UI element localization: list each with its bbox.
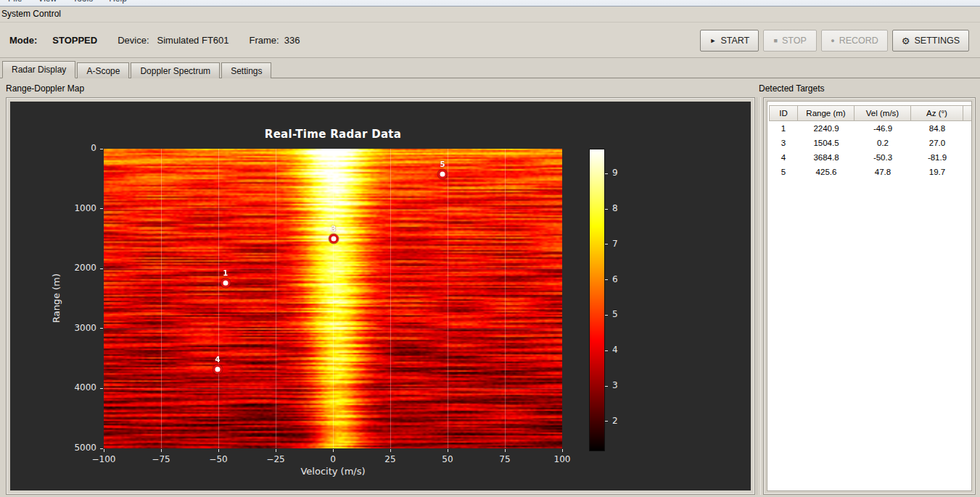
device-value: Simulated FT601 (157, 35, 229, 46)
main-panel: Range-Doppler Map Detected Targets Real-… (0, 78, 980, 497)
divider (0, 22, 980, 22)
start-button[interactable]: ►START (700, 30, 759, 52)
device-label: Device: (118, 35, 149, 46)
colorbar-tick-label: 4 (612, 345, 618, 355)
x-axis-label: Velocity (m/s) (188, 466, 478, 477)
x-tick-label: −75 (141, 454, 181, 464)
table-cell: 84.8 (911, 121, 963, 136)
x-tick (562, 449, 563, 452)
tab-radar-display[interactable]: Radar Display (2, 61, 75, 78)
table-cell: 19.7 (911, 165, 963, 179)
table-cell: 3684.8 (798, 150, 855, 165)
column-header-az[interactable]: Az (°) (911, 105, 963, 121)
record-button[interactable]: ●RECORD (821, 30, 888, 52)
colorbar-tick (605, 350, 608, 351)
range-doppler-map-label: Range-Doppler Map (6, 83, 84, 94)
table-cell: 1504.5 (798, 136, 855, 150)
menu-items: FileViewToolsHelp (0, 0, 980, 7)
x-tick-label: −50 (198, 454, 239, 464)
colorbar-tick-label: 7 (612, 239, 618, 249)
x-tick (276, 449, 276, 452)
y-tick-label: 2000 (56, 263, 96, 273)
target-marker-label: 5 (440, 160, 445, 174)
menu-bar: FileViewToolsHelp (0, 0, 980, 7)
x-tick-label: −100 (83, 454, 124, 464)
target-marker-label: 1 (223, 269, 228, 283)
button-label: SETTINGS (914, 36, 960, 46)
targets-table: IDRange (m)Vel (m/s)Az (°)12240.9-46.984… (769, 105, 972, 179)
menu-item-file[interactable]: File (0, 0, 30, 4)
y-tick (100, 268, 103, 269)
colorbar-tick (605, 421, 608, 422)
menu-item-tools[interactable]: Tools (65, 0, 101, 4)
menu-item-view[interactable]: View (30, 0, 65, 4)
table-cell: 425.6 (798, 165, 855, 179)
column-header-range-m[interactable]: Range (m) (798, 105, 855, 121)
y-tick-label: 1000 (56, 203, 96, 213)
y-tick (100, 149, 103, 149)
colorbar-tick (605, 279, 608, 280)
mode-status-value: STOPPED (52, 35, 97, 46)
table-row[interactable]: 43684.8-50.3-81.9 (769, 150, 972, 165)
menu-item-help[interactable]: Help (101, 0, 135, 4)
stop-icon: ■ (774, 37, 778, 44)
plot-title: Real-Time Radar Data (188, 128, 478, 141)
table-cell: 4 (769, 150, 798, 165)
tab-doppler-spectrum[interactable]: Doppler Spectrum (131, 62, 220, 78)
x-tick (448, 449, 448, 452)
x-tick (218, 449, 219, 452)
panel-splitter[interactable] (757, 97, 761, 495)
table-cell: -50.3 (855, 150, 911, 165)
toolbar-buttons: ►START■STOP●RECORD⚙SETTINGS (700, 30, 969, 52)
colorbar-tick-label: 9 (612, 168, 618, 178)
table-cell: 2240.9 (798, 121, 855, 136)
y-tick (100, 388, 103, 389)
range-doppler-heatmap (104, 149, 562, 448)
colorbar-tick (605, 315, 608, 316)
table-cell: 1 (769, 121, 798, 136)
colorbar (589, 149, 605, 451)
x-tick-label: 75 (485, 454, 525, 464)
y-tick-label: 4000 (56, 382, 96, 393)
colorbar-tick (605, 244, 608, 245)
x-tick (104, 449, 104, 452)
y-tick-label: 5000 (56, 443, 96, 453)
frame-counter-value: 336 (284, 35, 300, 46)
tab-a-scope[interactable]: A-Scope (77, 62, 129, 78)
colorbar-tick-label: 3 (612, 380, 618, 390)
mode-label: Mode: (9, 35, 37, 46)
status-row: Mode: STOPPED Device: Simulated FT601 Fr… (0, 24, 300, 56)
button-label: STOP (782, 36, 807, 46)
y-axis-label: Range (m) (51, 269, 62, 327)
stop-button[interactable]: ■STOP (763, 30, 817, 52)
detected-targets-label: Detected Targets (759, 83, 825, 94)
radar-app-window: { "window": { "width": 1351, "height": 6… (0, 0, 980, 497)
table-cell: -81.9 (911, 150, 963, 165)
settings-button[interactable]: ⚙SETTINGS (892, 30, 969, 52)
table-row[interactable]: 31504.50.227.0 (769, 136, 972, 150)
table-row[interactable]: 5425.647.819.7 (769, 165, 972, 179)
y-tick-label: 0 (56, 143, 96, 153)
target-marker-label: 3 (331, 225, 336, 239)
tab-settings[interactable]: Settings (221, 62, 271, 78)
colorbar-tick (605, 209, 608, 210)
table-cell: 3 (769, 136, 798, 150)
colorbar-tick-label: 6 (612, 274, 618, 284)
x-tick-label: 25 (370, 454, 411, 464)
y-tick (100, 448, 103, 449)
colorbar-tick-label: 2 (612, 416, 618, 426)
x-tick-label: 50 (427, 454, 468, 464)
column-header-id[interactable]: ID (769, 105, 798, 121)
column-header-vel-m-s[interactable]: Vel (m/s) (855, 105, 911, 121)
colorbar-tick (605, 173, 608, 174)
column-header-spacer (963, 105, 972, 121)
y-tick (100, 328, 103, 329)
y-tick-label: 3000 (56, 323, 96, 333)
x-tick (390, 449, 391, 452)
table-row[interactable]: 12240.9-46.984.8 (769, 121, 972, 136)
y-tick (100, 208, 103, 209)
targets-table-background: IDRange (m)Vel (m/s)Az (°)12240.9-46.984… (767, 101, 972, 491)
table-cell: 27.0 (911, 136, 963, 150)
record-icon: ● (831, 37, 834, 44)
x-tick (333, 449, 334, 452)
